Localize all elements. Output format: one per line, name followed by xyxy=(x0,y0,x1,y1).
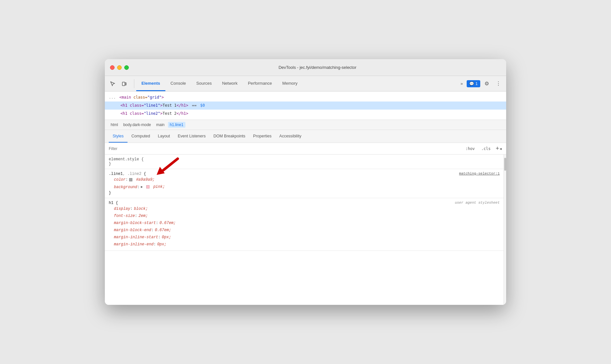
tab-memory[interactable]: Memory xyxy=(277,76,303,91)
tab-network[interactable]: Network xyxy=(217,76,243,91)
styles-panel: element.style { } xyxy=(105,155,506,305)
style-block-line1-header: .line1, .line2 { matching-selector:1 xyxy=(109,172,500,176)
dom-row-h1-line2[interactable]: <h1 class="line2">Test 2</h1> xyxy=(105,110,506,118)
add-rule-button[interactable]: + ◂ xyxy=(495,145,502,152)
ellipsis-icon: ⋮ xyxy=(496,80,501,87)
toggle-icon: ◂ xyxy=(500,146,502,151)
styles-content: element.style { } xyxy=(105,155,504,305)
tab-computed[interactable]: Computed xyxy=(128,130,154,143)
line1-line2-selector: .line1, .line2 { xyxy=(109,172,146,176)
select-element-button[interactable] xyxy=(107,79,118,89)
cls-button[interactable]: .cls xyxy=(479,146,493,152)
breadcrumb-body[interactable]: body.dark-mode xyxy=(121,122,153,128)
prop-color: color: #a9a9a9; xyxy=(109,176,500,183)
style-block-h1: h1 { user agent stylesheet display: bloc… xyxy=(105,198,504,251)
toolbar-right: » 💬 1 ⚙ ⋮ xyxy=(458,79,504,89)
tab-properties[interactable]: Properties xyxy=(249,130,275,143)
prop-margin-block-start: margin-block-start: 0.67em; xyxy=(109,219,500,227)
tab-console[interactable]: Console xyxy=(165,76,191,91)
scrollbar[interactable] xyxy=(504,155,506,305)
line1-line2-close: } xyxy=(109,191,500,195)
breadcrumb-main[interactable]: main xyxy=(154,122,167,128)
color-swatch-pink[interactable] xyxy=(146,185,150,188)
h1-selector: h1 { xyxy=(109,201,118,205)
styles-tabs: Styles Computed Layout Event Listeners D… xyxy=(105,130,506,143)
style-block-element: element.style { } xyxy=(105,155,504,169)
breadcrumb-h1[interactable]: h1.line1 xyxy=(168,122,185,128)
tab-accessibility[interactable]: Accessibility xyxy=(275,130,305,143)
scrollbar-thumb[interactable] xyxy=(504,158,506,171)
svg-rect-1 xyxy=(125,83,126,85)
tab-elements[interactable]: Elements xyxy=(136,76,165,91)
prop-margin-block-end: margin-block-end: 0.67em; xyxy=(109,227,500,234)
fullscreen-button[interactable] xyxy=(124,65,129,70)
prop-margin-inline-end: margin-inline-end: 0px; xyxy=(109,241,500,248)
more-tabs-button[interactable]: » xyxy=(458,80,465,87)
user-agent-label: user agent stylesheet xyxy=(455,201,500,205)
devtools-window: DevTools - jec.fyi/demo/matching-selecto… xyxy=(105,59,506,305)
notification-icon: 💬 xyxy=(469,81,474,86)
notification-count: 1 xyxy=(475,81,478,86)
tab-navigation: Elements Console Sources Network Perform… xyxy=(136,76,458,91)
prop-display: display: block; xyxy=(109,205,500,212)
main-content: ... <main class="grid"> <h1 class="line1… xyxy=(105,91,506,305)
breadcrumb: html body.dark-mode main h1.line1 xyxy=(105,120,506,130)
close-button[interactable] xyxy=(110,65,115,70)
toolbar-divider xyxy=(134,79,134,88)
prop-margin-inline-start: margin-inline-start: 0px; xyxy=(109,234,500,241)
style-block-line1-line2: .line1, .line2 { matching-selector:1 col… xyxy=(105,169,504,198)
filter-actions: :hov .cls + ◂ xyxy=(463,145,502,152)
tab-performance[interactable]: Performance xyxy=(243,76,277,91)
titlebar: DevTools - jec.fyi/demo/matching-selecto… xyxy=(105,59,506,76)
tab-dom-breakpoints[interactable]: DOM Breakpoints xyxy=(209,130,249,143)
element-style-selector: element.style { xyxy=(109,157,144,162)
color-swatch-a9a9a9[interactable] xyxy=(129,178,132,181)
plus-icon: + xyxy=(496,145,499,152)
notification-button[interactable]: 💬 1 xyxy=(467,80,480,87)
styles-panel-inner: element.style { } xyxy=(105,155,504,305)
settings-button[interactable]: ⚙ xyxy=(482,79,492,89)
dom-tree-panel: ... <main class="grid"> <h1 class="line1… xyxy=(105,91,506,120)
filter-input[interactable] xyxy=(109,146,463,151)
device-toolbar-button[interactable] xyxy=(119,79,129,89)
gear-icon: ⚙ xyxy=(484,80,489,87)
style-block-h1-header: h1 { user agent stylesheet xyxy=(109,201,500,205)
prop-background: background: ▶ pink; xyxy=(109,183,500,191)
main-toolbar: Elements Console Sources Network Perform… xyxy=(105,76,506,91)
expand-icon[interactable]: ▶ xyxy=(141,184,143,190)
tab-layout[interactable]: Layout xyxy=(154,130,174,143)
dom-row-main[interactable]: ... <main class="grid"> xyxy=(105,93,506,102)
tab-event-listeners[interactable]: Event Listeners xyxy=(174,130,209,143)
filter-bar: :hov .cls + ◂ xyxy=(105,143,506,155)
toolbar-left-icons xyxy=(107,79,129,89)
svg-rect-0 xyxy=(122,82,125,86)
dots: ... xyxy=(109,95,116,100)
tab-sources[interactable]: Sources xyxy=(191,76,217,91)
window-title: DevTools - jec.fyi/demo/matching-selecto… xyxy=(134,65,501,70)
minimize-button[interactable] xyxy=(117,65,122,70)
tab-styles[interactable]: Styles xyxy=(109,130,128,143)
breadcrumb-html[interactable]: html xyxy=(109,122,120,128)
hov-button[interactable]: :hov xyxy=(463,146,477,152)
dom-row-h1-line1[interactable]: <h1 class="line1">Test 1</h1> == $0 xyxy=(105,102,506,110)
prop-font-size: font-size: 2em; xyxy=(109,212,500,219)
more-options-button[interactable]: ⋮ xyxy=(493,79,504,89)
source-link-line1[interactable]: matching-selector:1 xyxy=(459,172,500,176)
traffic-lights xyxy=(110,65,129,70)
